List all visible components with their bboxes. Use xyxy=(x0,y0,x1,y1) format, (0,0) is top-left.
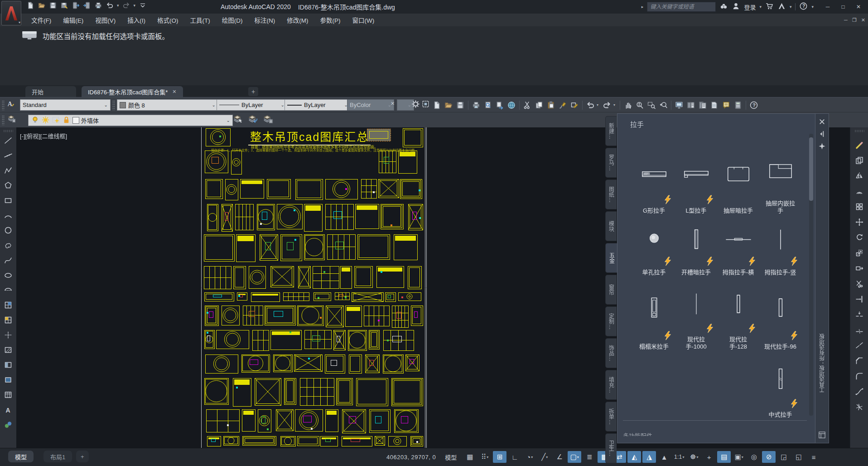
search-input[interactable] xyxy=(647,2,716,12)
layer-thaw-icon[interactable] xyxy=(41,116,50,126)
dynamic-input-toggle[interactable]: ▲ xyxy=(657,451,671,463)
designcenter-button[interactable] xyxy=(685,100,696,111)
new-file-button[interactable] xyxy=(431,100,442,111)
draw-ellipse-button[interactable] xyxy=(2,269,14,281)
modify-trim-button[interactable] xyxy=(854,278,865,290)
ortho-mode-toggle[interactable]: ∟ xyxy=(508,451,521,463)
minimize-button[interactable]: ─ xyxy=(820,1,835,13)
layout1-tab[interactable]: 布局1 xyxy=(43,451,72,462)
qat-open-from-web-button[interactable] xyxy=(72,1,80,10)
menu-6[interactable]: 绘图(D) xyxy=(216,14,249,26)
menu-3[interactable]: 插入(I) xyxy=(121,14,151,26)
doc-restore-button[interactable]: ❐ xyxy=(852,17,857,23)
modify-offset-button[interactable] xyxy=(854,185,865,197)
draw-polyline-button[interactable] xyxy=(2,165,14,176)
palette-item[interactable]: 拇指拉手-横 xyxy=(717,214,759,276)
dropdown-icon[interactable]: ▾ xyxy=(613,103,617,107)
palette-tab-3[interactable]: 模块 xyxy=(605,211,617,241)
modify-explode-button[interactable] xyxy=(854,401,865,413)
draw-region-button[interactable] xyxy=(2,374,14,386)
modify-fillet-button[interactable] xyxy=(854,370,865,382)
layer-color-swatch[interactable] xyxy=(72,117,79,124)
modify-break-button[interactable] xyxy=(854,324,865,336)
modify-join-button[interactable] xyxy=(854,340,865,351)
palette-item[interactable]: 拇指拉手-竖 xyxy=(759,214,801,276)
zoom-window-button[interactable] xyxy=(646,100,657,111)
tab-document[interactable]: ID6876-整木吊顶cad图库合集* ✕ xyxy=(82,86,183,97)
modify-copy-button[interactable] xyxy=(854,155,865,166)
qat-customize-button[interactable] xyxy=(139,1,147,10)
layer-combo[interactable]: 外墙体 ⌄ xyxy=(28,115,233,126)
undo-button[interactable] xyxy=(585,100,596,111)
add-selected-button[interactable] xyxy=(2,419,14,431)
draw-gradient-button[interactable] xyxy=(2,359,14,371)
modify-scale-button[interactable] xyxy=(854,247,865,259)
qat-plot-button[interactable] xyxy=(94,1,102,10)
palette-tab-2[interactable]: 图纸… xyxy=(605,180,617,209)
login-dropdown-icon[interactable]: ▾ xyxy=(759,5,762,9)
menu-8[interactable]: 修改(M) xyxy=(281,14,314,26)
redo-button[interactable] xyxy=(602,100,612,111)
grid-display-toggle[interactable]: ▦ xyxy=(463,451,477,463)
new-tab-button[interactable]: + xyxy=(248,87,258,96)
dropdown-icon[interactable]: ▾ xyxy=(134,3,136,8)
draw-arc-button[interactable] xyxy=(2,209,14,221)
dropdown-icon[interactable]: ▾ xyxy=(597,103,601,107)
block-editor-button[interactable] xyxy=(569,100,580,111)
draw-circle-button[interactable] xyxy=(2,224,14,236)
palette-tab-1[interactable]: 罗马… xyxy=(605,148,617,178)
palette-item[interactable]: L型拉手 xyxy=(675,146,717,214)
object-snap-tracking-toggle[interactable]: ∠ xyxy=(553,451,566,463)
palette-close-icon[interactable] xyxy=(815,117,829,126)
close-tab-icon[interactable]: ✕ xyxy=(172,89,176,95)
palette-item[interactable]: G形拉手 xyxy=(633,146,675,214)
modify-break-at-point-button[interactable] xyxy=(854,309,865,320)
copy-clip-button[interactable] xyxy=(534,100,545,111)
search-icon[interactable] xyxy=(719,2,728,12)
palette-tab-7[interactable]: 饰品… xyxy=(605,338,617,368)
autocad-logo[interactable]: ▾ xyxy=(1,1,21,25)
dynamic-ucs-toggle[interactable]: ◮ xyxy=(642,451,656,463)
palette-item[interactable]: 单孔拉手 xyxy=(633,214,675,276)
modify-move-button[interactable] xyxy=(854,216,865,228)
palette-tab-4[interactable]: 五金 xyxy=(605,243,617,273)
isolate-frame-icon[interactable] xyxy=(421,100,430,110)
settings-gear-icon[interactable] xyxy=(411,100,420,110)
draw-ellipse-arc-button[interactable] xyxy=(2,284,14,296)
layer-states-manager-button[interactable] xyxy=(263,114,274,125)
palette-tab-5[interactable]: 窗帘 xyxy=(605,275,617,305)
app-store-icon[interactable] xyxy=(765,2,774,12)
palette-item[interactable]: 现代拉手-1000 xyxy=(675,276,717,350)
login-button[interactable]: 登录 xyxy=(744,3,756,11)
user-icon[interactable] xyxy=(732,2,740,12)
text-style-combo[interactable]: Standard ⌄ xyxy=(20,99,111,111)
workspace-switching-toggle[interactable]: ▤ xyxy=(717,451,731,463)
polar-tracking-toggle[interactable]: ◔▾ xyxy=(523,451,536,463)
linetype-combo[interactable]: ByLayer ⌄ xyxy=(217,99,287,111)
layer-vp-freeze-icon[interactable] xyxy=(52,116,60,126)
plot-button[interactable] xyxy=(471,100,482,111)
qat-new-button[interactable] xyxy=(26,1,34,10)
markup-import-button[interactable] xyxy=(721,100,732,111)
qat-open-button[interactable] xyxy=(38,1,46,10)
layer-on-icon[interactable] xyxy=(31,116,39,126)
layer-properties-icon[interactable] xyxy=(7,115,16,125)
autodesk-dropdown-icon[interactable]: ▾ xyxy=(790,5,792,9)
palette-tab-6[interactable]: 定制… xyxy=(605,306,617,336)
menu-4[interactable]: 格式(O) xyxy=(151,14,184,26)
save-file-button[interactable] xyxy=(455,100,466,111)
toolbar-grip[interactable] xyxy=(2,115,5,125)
snap-to-grid-toggle[interactable]: ⊞ xyxy=(493,451,506,463)
hardware-acceleration-toggle[interactable]: ⊘ xyxy=(762,451,776,463)
draw-spline-button[interactable] xyxy=(2,254,14,266)
palette-item[interactable]: 现代拉手-96 xyxy=(759,276,801,350)
palette-item[interactable]: 抽屉暗拉手 xyxy=(717,146,759,214)
palette-autohide-icon[interactable] xyxy=(815,130,829,138)
modify-blend-curves-button[interactable] xyxy=(854,386,865,398)
help-button[interactable]: ? xyxy=(748,100,759,111)
qat-save-to-web-button[interactable] xyxy=(83,1,91,10)
draw-table-button[interactable] xyxy=(2,389,14,401)
menu-0[interactable]: 文件(F) xyxy=(25,14,57,26)
palette-item[interactable]: 榻榻米拉手 xyxy=(633,276,675,350)
pan-realtime-button[interactable] xyxy=(622,100,633,111)
